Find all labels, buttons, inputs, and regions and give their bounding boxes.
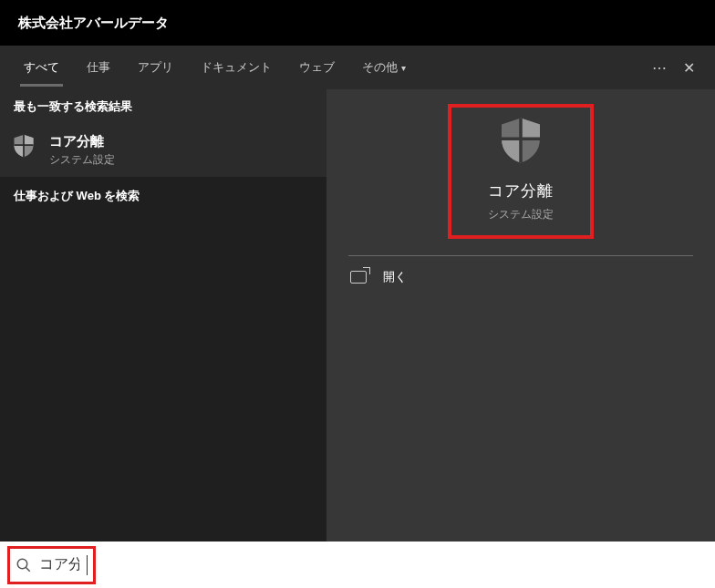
- web-search-header: 仕事および Web を検索: [0, 177, 326, 215]
- tab-work[interactable]: 仕事: [74, 48, 123, 87]
- search-tabs: すべて 仕事 アプリ ドキュメント ウェブ その他▾ ⋯ ✕: [0, 46, 715, 89]
- best-match-header: 最も一致する検索結果: [0, 89, 326, 124]
- open-label: 開く: [383, 269, 407, 285]
- company-name: 株式会社アバールデータ: [18, 15, 169, 32]
- tab-apps[interactable]: アプリ: [125, 48, 186, 87]
- tab-more[interactable]: その他▾: [349, 48, 419, 87]
- open-icon: [350, 271, 367, 284]
- result-subtitle: システム設定: [49, 152, 115, 168]
- shield-icon: [11, 133, 36, 159]
- result-core-isolation[interactable]: コア分離 システム設定: [0, 124, 326, 177]
- shield-icon: [495, 115, 546, 166]
- title-bar: 株式会社アバールデータ: [0, 0, 715, 46]
- preview-panel: コア分離 システム設定 開く: [326, 89, 715, 542]
- search-icon: [16, 557, 32, 573]
- chevron-down-icon: ▾: [401, 63, 406, 73]
- open-action[interactable]: 開く: [326, 256, 715, 298]
- tab-all[interactable]: すべて: [11, 48, 72, 87]
- preview-title: コア分離: [488, 181, 554, 201]
- search-highlight: [7, 546, 96, 584]
- close-icon[interactable]: ✕: [683, 59, 695, 77]
- result-title: コア分離: [49, 133, 115, 150]
- preview-subtitle: システム設定: [488, 207, 554, 222]
- svg-rect-1: [15, 144, 34, 146]
- content-area: 最も一致する検索結果 コア分離 システム設定 仕事および Web を検索: [0, 89, 715, 542]
- svg-rect-3: [502, 138, 540, 141]
- svg-line-5: [26, 567, 30, 572]
- preview-highlight: コア分離 システム設定: [448, 104, 594, 239]
- search-input[interactable]: [32, 553, 87, 577]
- results-panel: 最も一致する検索結果 コア分離 システム設定 仕事および Web を検索: [0, 89, 326, 542]
- svg-point-4: [17, 559, 27, 569]
- more-options-icon[interactable]: ⋯: [652, 59, 667, 77]
- text-caret: [87, 555, 88, 575]
- tab-web[interactable]: ウェブ: [286, 48, 347, 87]
- tab-documents[interactable]: ドキュメント: [188, 48, 285, 87]
- search-bar: [0, 542, 715, 588]
